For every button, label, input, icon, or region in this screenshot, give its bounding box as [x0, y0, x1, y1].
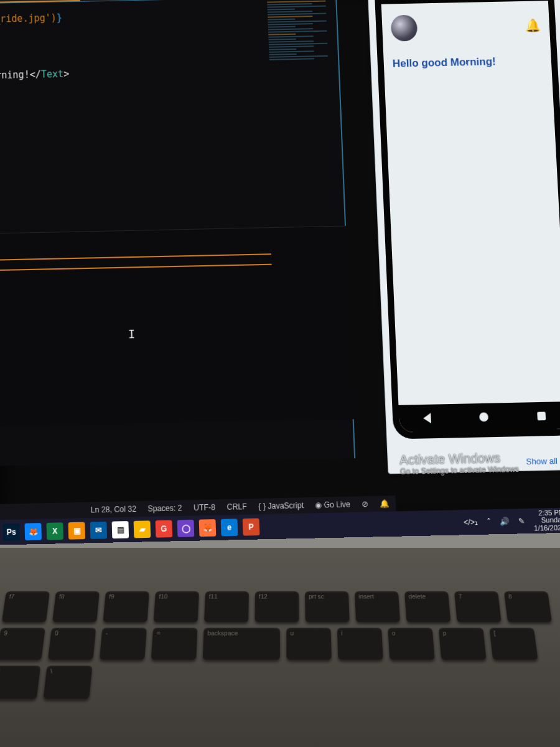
phone-frame: 2:35 ⚙ ⛨ ▾ ▮ 🔔 Hello good Mornin: [374, 0, 560, 439]
keyboard-key: delete: [404, 591, 450, 622]
keyboard-key: f10: [154, 591, 199, 622]
keyboard-key: prt sc: [305, 591, 350, 622]
keyboard-key: 0: [48, 628, 96, 660]
taskbar-app-icon[interactable]: 🦊: [199, 519, 217, 537]
tray-volume-icon[interactable]: 🔊: [500, 517, 510, 526]
keyboard-key: f7: [2, 591, 50, 622]
nav-recent-icon[interactable]: [537, 411, 546, 420]
status-feedback-icon[interactable]: ⊘: [362, 499, 368, 509]
keyboard-key: insert: [355, 591, 400, 622]
keyboard-key: backspace: [203, 628, 280, 660]
keyboard-key: o: [388, 628, 434, 660]
tray-clock[interactable]: 2:35 PM Sunday 1/16/2022: [533, 509, 560, 532]
android-emulator-window[interactable]: 2:35 ⚙ ⛨ ▾ ▮ 🔔 Hello good Mornin: [367, 0, 560, 474]
terminal-divider: [0, 253, 271, 261]
laptop-screen: JS HomeScreen.js × ▷ ▯▯ ··· _ride.jpg')}…: [0, 0, 560, 545]
keyboard-key: 8: [504, 591, 552, 622]
avatar[interactable]: [391, 15, 418, 42]
greeting-text: Hello good Morning!: [392, 55, 543, 70]
keyboard-key: p: [439, 628, 487, 660]
nav-home-icon[interactable]: [480, 412, 489, 421]
tray-dev-icon[interactable]: </>₁: [464, 517, 478, 527]
taskbar-app-icon[interactable]: ◯: [177, 520, 195, 537]
taskbar-app-icon[interactable]: ▣: [68, 522, 85, 540]
system-tray: </>₁ ˄ 🔊 ✎ 2:35 PM Sunday 1/16/2022 🗨₁: [463, 508, 560, 533]
watermark-subtitle: Go to Settings to activate Windows: [400, 466, 520, 477]
minimap[interactable]: [264, 0, 339, 151]
app-header-row: 🔔: [391, 12, 541, 41]
status-cursor-pos[interactable]: Ln 28, Col 32: [90, 504, 136, 514]
vscode-editor: JS HomeScreen.js × ▷ ▯▯ ··· _ride.jpg')}…: [0, 0, 355, 466]
taskbar-app-icon[interactable]: G: [156, 520, 173, 538]
status-eol[interactable]: CRLF: [226, 502, 247, 511]
watermark-title: Activate Windows: [399, 451, 519, 468]
keyboard-key: f8: [52, 591, 100, 622]
taskbar-app-icon[interactable]: e: [221, 519, 238, 536]
taskbar-app-icon[interactable]: 🦊: [25, 523, 42, 540]
tray-date: 1/16/2022: [534, 524, 560, 532]
taskbar-app-icon[interactable]: ▤: [112, 521, 129, 538]
photo-scene: JS HomeScreen.js × ▷ ▯▯ ··· _ride.jpg')}…: [0, 0, 560, 747]
terminal-panel[interactable]: I: [0, 226, 354, 427]
keyboard-key: ]: [0, 665, 40, 698]
bell-icon[interactable]: 🔔: [525, 17, 541, 33]
status-encoding[interactable]: UTF-8: [194, 503, 215, 513]
status-indent[interactable]: Spaces: 2: [147, 504, 182, 514]
keyboard-key: 9: [0, 628, 45, 660]
keyboard-key: u: [286, 628, 332, 660]
taskbar-app-icon[interactable]: ▰: [134, 520, 151, 538]
laptop-keyboard: f7f8f9f10f11f12prt scinsertdelete7890-=b…: [0, 548, 560, 747]
taskbar-apps: Ps🦊X▣✉▤▰G◯🦊eP: [2, 519, 259, 541]
status-language[interactable]: { } JavaScript: [258, 501, 304, 511]
keyboard-key: =: [151, 628, 198, 660]
keyboard-key: f11: [204, 591, 249, 622]
taskbar-app-icon[interactable]: ✉: [90, 522, 108, 539]
taskbar-app-icon[interactable]: X: [47, 522, 63, 540]
taskbar-app-icon[interactable]: P: [243, 519, 260, 536]
emulator-footer-bar: Show all ✕: [523, 454, 560, 468]
nav-back-icon[interactable]: [423, 413, 431, 423]
tray-pen-icon[interactable]: ✎: [518, 517, 525, 526]
keyboard-key: i: [337, 628, 383, 660]
phone-screen: 2:35 ⚙ ⛨ ▾ ▮ 🔔 Hello good Mornin: [381, 0, 560, 433]
keyboard-key: 7: [454, 591, 502, 622]
windows-activate-watermark: Activate Windows Go to Settings to activ…: [399, 451, 520, 477]
app-body: 🔔 Hello good Morning!: [381, 1, 553, 82]
keyboard-key: f12: [254, 591, 299, 622]
keyboard-key: f9: [103, 591, 149, 622]
status-golive[interactable]: ◉ Go Live: [315, 500, 350, 510]
keyboard-key: [: [489, 628, 538, 660]
keyboard-key: \: [43, 665, 92, 698]
text-cursor-icon: I: [128, 327, 136, 341]
tray-chevron-up-icon[interactable]: ˄: [487, 517, 491, 527]
terminal-divider: [0, 264, 272, 271]
taskbar-app-icon[interactable]: Ps: [2, 524, 19, 541]
keyboard-key: -: [100, 628, 147, 660]
status-bell-icon[interactable]: 🔔: [380, 499, 390, 509]
android-navbar: [398, 402, 560, 433]
show-all-link[interactable]: Show all: [526, 456, 558, 466]
